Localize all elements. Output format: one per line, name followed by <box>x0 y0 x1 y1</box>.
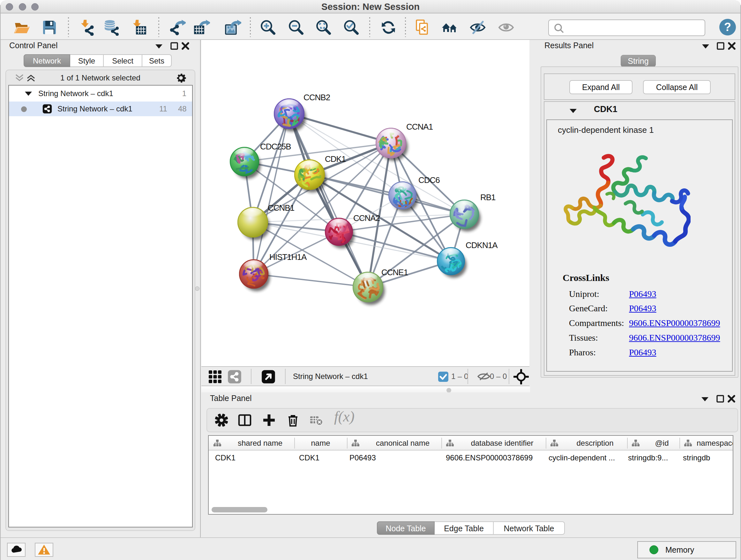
svg-text:CCNE1: CCNE1 <box>381 267 408 277</box>
svg-text:CDK1: CDK1 <box>325 154 346 164</box>
svg-text:CCNA2: CCNA2 <box>353 213 380 223</box>
svg-text:CDC6: CDC6 <box>418 175 440 185</box>
svg-text:HIST1H1A: HIST1H1A <box>269 252 307 262</box>
svg-text:CDKN1A: CDKN1A <box>466 240 498 250</box>
svg-text:CCNA1: CCNA1 <box>406 122 433 132</box>
svg-text:CDC25B: CDC25B <box>260 142 291 151</box>
svg-text:?: ? <box>724 20 731 34</box>
svg-text:CCNB1: CCNB1 <box>268 203 294 212</box>
svg-text:RB1: RB1 <box>480 192 495 202</box>
svg-text:CCNB2: CCNB2 <box>304 92 330 102</box>
